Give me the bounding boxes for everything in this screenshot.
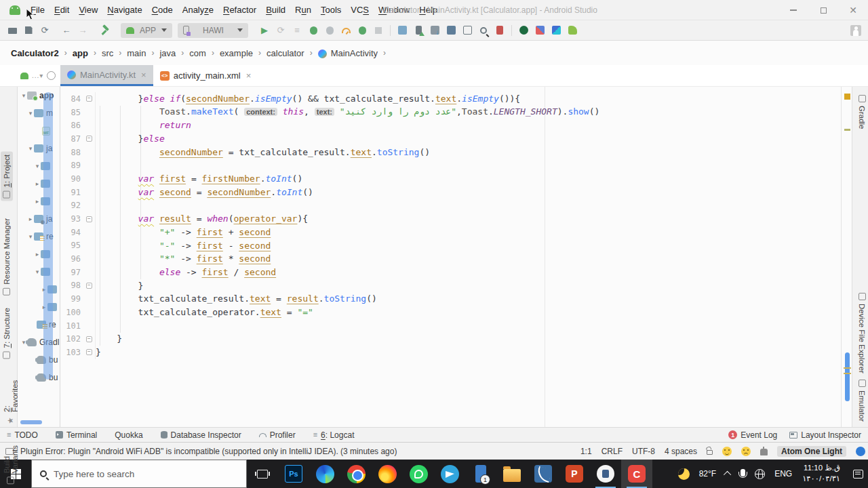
tree-row[interactable]: ▾ bbox=[18, 263, 60, 281]
indent-setting[interactable]: 4 spaces bbox=[665, 447, 697, 456]
close-tab-icon[interactable]: × bbox=[141, 70, 146, 80]
menu-tools[interactable]: Tools bbox=[316, 3, 346, 17]
tree-row[interactable]: ▸ bbox=[18, 175, 60, 192]
toolstrip-build-variants[interactable]: Build Variants bbox=[1, 443, 21, 487]
code-line-103[interactable]: 103−} bbox=[60, 346, 841, 359]
tree-row[interactable]: ▾m bbox=[18, 104, 60, 122]
chevron-right-icon[interactable]: ▸ bbox=[34, 251, 41, 258]
close-tab-icon[interactable]: × bbox=[246, 70, 252, 81]
code-line-94[interactable]: 94"+" -> first + second bbox=[60, 226, 841, 239]
device-manager-icon[interactable] bbox=[410, 23, 427, 38]
file-explorer-button[interactable] bbox=[496, 460, 528, 488]
gradle-sync-icon[interactable] bbox=[394, 23, 410, 38]
tree-row[interactable]: re bbox=[18, 316, 60, 333]
crumb-src[interactable]: src bbox=[100, 47, 115, 60]
theme-indicator[interactable]: Atom One Light bbox=[777, 446, 846, 457]
code-line-86[interactable]: 86return bbox=[60, 119, 841, 132]
camtasia-app-button[interactable]: C bbox=[621, 460, 652, 488]
save-icon[interactable] bbox=[20, 23, 37, 38]
tree-row[interactable]: ▸ bbox=[18, 298, 60, 316]
tree-row[interactable]: bu bbox=[18, 369, 60, 386]
fold-icon[interactable]: − bbox=[86, 336, 92, 342]
open-folder-icon[interactable] bbox=[4, 23, 20, 38]
running-app-button[interactable] bbox=[590, 460, 621, 488]
code-line-95[interactable]: 95"-" -> first - second bbox=[60, 239, 841, 253]
menu-build[interactable]: Build bbox=[261, 3, 290, 17]
task-view-button[interactable] bbox=[247, 460, 278, 488]
readonly-lock-icon[interactable] bbox=[707, 450, 713, 455]
user-avatar-icon[interactable] bbox=[850, 25, 861, 36]
microphone-icon[interactable] bbox=[736, 460, 750, 488]
sdk-download-icon[interactable]: ↓ bbox=[427, 23, 443, 38]
tree-row[interactable]: bu bbox=[18, 351, 60, 369]
gerrit-icon[interactable] bbox=[515, 23, 532, 38]
restore-button[interactable] bbox=[808, 0, 838, 20]
tree-row[interactable]: ▾ja bbox=[18, 140, 60, 157]
tree-row[interactable]: ▾ bbox=[18, 157, 60, 175]
gear-icon[interactable] bbox=[47, 71, 56, 80]
attach-debugger-icon[interactable] bbox=[321, 23, 338, 38]
powerpoint-app-button[interactable]: P bbox=[559, 460, 590, 488]
fold-icon[interactable]: − bbox=[86, 96, 92, 102]
menu-vcs[interactable]: VCS bbox=[346, 3, 374, 17]
notification-center-icon[interactable] bbox=[846, 460, 868, 488]
line-separator[interactable]: CRLF bbox=[601, 447, 623, 456]
edge-app-button[interactable] bbox=[309, 460, 340, 488]
plugins-icon[interactable] bbox=[564, 23, 580, 38]
profiler-toolwindow-button[interactable]: Profiler bbox=[259, 430, 296, 440]
chevron-right-icon[interactable]: ▸ bbox=[34, 198, 41, 205]
chevron-down-icon[interactable]: ▾ bbox=[27, 233, 34, 240]
fold-gutter[interactable]: − bbox=[83, 346, 96, 359]
crumb-app[interactable]: app bbox=[71, 47, 90, 60]
chevron-down-icon[interactable]: ▾ bbox=[20, 92, 27, 99]
code-editor[interactable]: 84−}else if(secondNumber.isEmpty() && tx… bbox=[60, 87, 841, 427]
code-line-84[interactable]: 84−}else if(secondNumber.isEmpty() && tx… bbox=[60, 92, 841, 106]
taskbar-search-input[interactable]: Type here to search bbox=[31, 460, 247, 488]
resource-manager-icon[interactable] bbox=[532, 23, 548, 38]
happy-face-icon[interactable] bbox=[722, 447, 732, 456]
code-line-102[interactable]: 102−} bbox=[60, 332, 841, 346]
menu-run[interactable]: Run bbox=[290, 3, 316, 17]
crumb-com[interactable]: com bbox=[188, 47, 208, 60]
tree-row[interactable]: ▸ bbox=[18, 192, 60, 210]
menu-edit[interactable]: Edit bbox=[50, 3, 74, 17]
code-line-87[interactable]: 87−}else bbox=[60, 132, 841, 146]
tree-row[interactable]: ▾re bbox=[18, 228, 60, 245]
run-configuration-select[interactable]: APP bbox=[121, 23, 172, 38]
chrome-app-button[interactable] bbox=[340, 460, 372, 488]
build-hammer-icon[interactable] bbox=[98, 23, 114, 38]
tree-h-scrollbar[interactable] bbox=[20, 420, 42, 424]
tree-row[interactable]: ▸ bbox=[18, 281, 60, 298]
apply-changes-icon[interactable]: ⟳ bbox=[273, 23, 289, 38]
whatsapp-app-button[interactable] bbox=[403, 460, 434, 488]
language-indicator[interactable]: ENG bbox=[770, 460, 797, 488]
chevron-right-icon[interactable]: ▸ bbox=[27, 216, 34, 222]
taskbar-clock[interactable]: 11:10 ق.ظ ۱۴۰۰/۰۴/۳۱ bbox=[797, 463, 846, 484]
project-structure-icon[interactable] bbox=[443, 23, 459, 38]
editor-scrollbar-stripe[interactable] bbox=[841, 87, 852, 427]
profile-icon[interactable] bbox=[338, 23, 354, 38]
code-line-99[interactable]: 99txt_calculate_result.text = result.toS… bbox=[60, 292, 841, 306]
code-line-89[interactable]: 89 bbox=[60, 159, 841, 172]
attach-profiler-icon[interactable] bbox=[354, 23, 370, 38]
menu-navigate[interactable]: Navigate bbox=[102, 3, 146, 17]
code-line-91[interactable]: 91var second = secondNumber.toInt() bbox=[60, 186, 841, 199]
chevron-down-icon[interactable]: ▾ bbox=[34, 268, 41, 275]
sad-face-icon[interactable] bbox=[741, 447, 751, 456]
fold-icon[interactable]: − bbox=[86, 283, 92, 289]
status-message[interactable]: Plugin Error: Plugin "Android WiFi ADB" … bbox=[20, 447, 397, 456]
fold-gutter[interactable]: − bbox=[83, 132, 96, 146]
crumb-calculator2[interactable]: Calculator2 bbox=[9, 47, 60, 60]
profiler-sessions-icon[interactable] bbox=[492, 23, 508, 38]
fold-gutter[interactable]: − bbox=[83, 279, 96, 293]
telegram-app-button[interactable] bbox=[434, 460, 465, 488]
crumb-example[interactable]: example bbox=[218, 47, 254, 60]
code-line-98[interactable]: 98−} bbox=[60, 279, 841, 293]
network-globe-icon[interactable] bbox=[750, 460, 770, 488]
caret-position[interactable]: 1:1 bbox=[580, 447, 592, 456]
todo-toolwindow-button[interactable]: ≡TODO bbox=[7, 430, 38, 440]
tree-row[interactable]: MF bbox=[18, 122, 60, 140]
toolstrip-device-file-explorer[interactable]: Device File Explorer bbox=[856, 290, 868, 376]
code-line-85[interactable]: 85Toast.makeText( context: this, text: "… bbox=[60, 106, 841, 119]
code-line-92[interactable]: 92 bbox=[60, 199, 841, 213]
